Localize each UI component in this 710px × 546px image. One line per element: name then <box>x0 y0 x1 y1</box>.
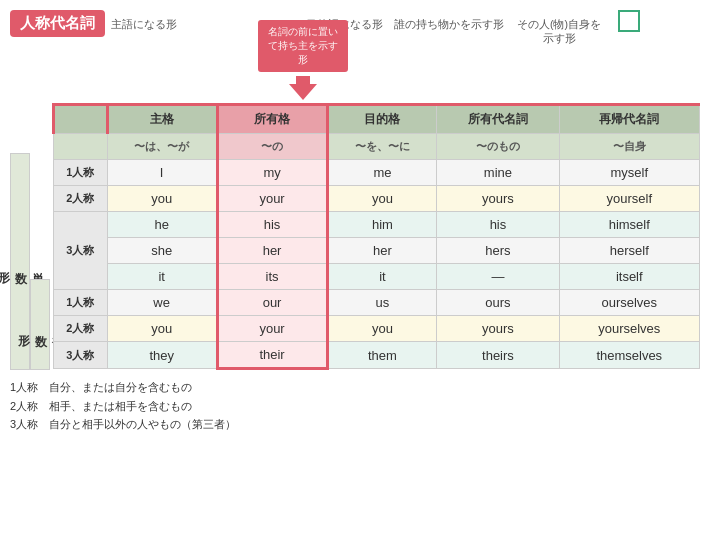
cell-yours-pl: yours <box>437 316 559 342</box>
subheader-reflexive: 〜自身 <box>559 134 700 160</box>
person-label: 2人称 <box>54 186 108 212</box>
footnote-3: 3人称 自分と相手以外の人やもの（第三者） <box>10 415 700 434</box>
cell-her-poss: her <box>217 238 327 264</box>
subheader-person <box>54 134 108 160</box>
footnote-2: 2人称 相手、または相手を含むもの <box>10 397 700 416</box>
cell-his-pron: his <box>437 212 559 238</box>
person-label-2nd-pl: 2人称 <box>54 316 108 342</box>
cell-your-pl: your <box>217 316 327 342</box>
table-row: 3人称 they their them theirs themselves <box>54 342 700 369</box>
table-row: it its it — itself <box>54 264 700 290</box>
cell-i: I <box>107 160 217 186</box>
cell-him: him <box>327 212 437 238</box>
cell-hers: hers <box>437 238 559 264</box>
cell-we: we <box>107 290 217 316</box>
cell-she: she <box>107 238 217 264</box>
arrow-indicator: 名詞の前に置いて持ち主を示す形 <box>258 20 348 100</box>
table-row: 2人称 you your you yours yourselves <box>54 316 700 342</box>
arrow-stem <box>296 76 310 84</box>
cell-them: them <box>327 342 437 369</box>
col-header-possessive-pronoun: 所有代名詞 <box>437 105 559 134</box>
cell-yourself: yourself <box>559 186 700 212</box>
cell-dash: — <box>437 264 559 290</box>
cell-you-pl-obj: you <box>327 316 437 342</box>
cell-ours: ours <box>437 290 559 316</box>
subheader-possessive-pronoun: 〜のもの <box>437 134 559 160</box>
subheader-objective: 〜を、〜に <box>327 134 437 160</box>
pronoun-table: 主格 所有格 目的格 所有代名詞 再帰代名詞 〜は、〜が 〜の 〜を、〜に 〜の… <box>52 103 700 370</box>
arrow-head <box>289 84 317 100</box>
col-header-possessive: 所有格 <box>217 105 327 134</box>
table-row: 1人称 I my me mine myself <box>54 160 700 186</box>
cell-themselves: themselves <box>559 342 700 369</box>
side-labels: 単数形 複数形 <box>10 103 50 370</box>
table-area: 単数形 複数形 主格 所有格 目的格 所有代名詞 再帰代名 <box>10 103 700 370</box>
col-header-reflexive: 再帰代名詞 <box>559 105 700 134</box>
cell-myself: myself <box>559 160 700 186</box>
cell-yours-sg: yours <box>437 186 559 212</box>
cell-my: my <box>217 160 327 186</box>
label-possessive-pronoun: 誰の持ち物かを示す形 <box>394 18 504 46</box>
person-label-3rd-sg: 3人称 <box>54 212 108 290</box>
cell-us: us <box>327 290 437 316</box>
arrow-label: 名詞の前に置いて持ち主を示す形 <box>258 20 348 72</box>
table-row: 3人称 he his him his himself <box>54 212 700 238</box>
col-header-person <box>54 105 108 134</box>
footnote-1: 1人称 自分、または自分を含むもの <box>10 378 700 397</box>
cell-me: me <box>327 160 437 186</box>
person-label-3rd-pl: 3人称 <box>54 342 108 369</box>
cell-their: their <box>217 342 327 369</box>
group-label-singular: 単数形 <box>10 153 30 370</box>
cell-yourselves: yourselves <box>559 316 700 342</box>
person-label-1st-pl: 1人称 <box>54 290 108 316</box>
footnotes: 1人称 自分、または自分を含むもの 2人称 相手、または相手を含むもの 3人称 … <box>10 378 700 434</box>
table-row: 2人称 you your you yours yourself <box>54 186 700 212</box>
cell-you-pl: you <box>107 316 217 342</box>
cell-it: it <box>107 264 217 290</box>
cell-ourselves: ourselves <box>559 290 700 316</box>
col-header-nominative: 主格 <box>107 105 217 134</box>
cell-you-obj: you <box>327 186 437 212</box>
label-subject: 主語になる形 <box>94 18 194 46</box>
cell-it-obj: it <box>327 264 437 290</box>
cell-he: he <box>107 212 217 238</box>
cell-your: your <box>217 186 327 212</box>
table-row: 1人称 we our us ours ourselves <box>54 290 700 316</box>
cell-himself: himself <box>559 212 700 238</box>
subheader-possessive: 〜の <box>217 134 327 160</box>
person-label: 1人称 <box>54 160 108 186</box>
table-row: she her her hers herself <box>54 238 700 264</box>
cell-they: they <box>107 342 217 369</box>
cell-itself: itself <box>559 264 700 290</box>
page-container: 人称代名詞 名詞の前に置いて持ち主を示す形 主語になる形 目的語になる形 誰の持… <box>10 10 700 434</box>
cell-her-obj: her <box>327 238 437 264</box>
label-reflexive: その人(物)自身を示す形 <box>504 18 614 46</box>
subheader-nominative: 〜は、〜が <box>107 134 217 160</box>
cell-our: our <box>217 290 327 316</box>
cell-his-poss: his <box>217 212 327 238</box>
cell-mine: mine <box>437 160 559 186</box>
col-header-objective: 目的格 <box>327 105 437 134</box>
group-label-plural: 複数形 <box>30 279 50 370</box>
cell-you-subj: you <box>107 186 217 212</box>
corner-box-decoration <box>618 10 640 32</box>
cell-herself: herself <box>559 238 700 264</box>
column-descriptor-labels: 主語になる形 目的語になる形 誰の持ち物かを示す形 その人(物)自身を示す形 <box>94 18 614 46</box>
page-title: 人称代名詞 <box>10 10 105 37</box>
cell-theirs: theirs <box>437 342 559 369</box>
cell-its: its <box>217 264 327 290</box>
